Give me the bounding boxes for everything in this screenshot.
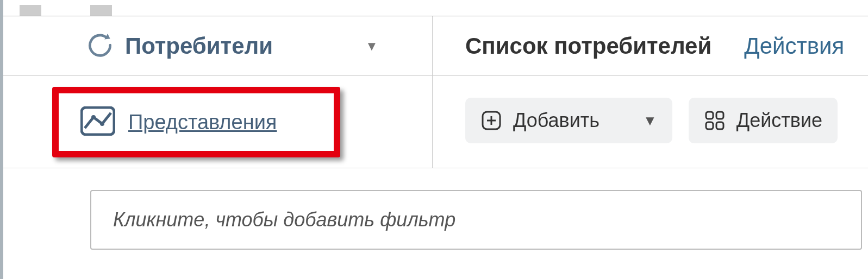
- svg-rect-7: [716, 112, 723, 119]
- svg-rect-9: [716, 122, 723, 129]
- action-buttons: Добавить ▼ Действие: [433, 76, 868, 143]
- grid-icon: [704, 110, 726, 131]
- filter-row: [3, 168, 868, 250]
- filter-input[interactable]: [90, 190, 862, 250]
- refresh-icon: [85, 30, 115, 62]
- top-toolbar: [3, 0, 868, 16]
- chart-icon: [80, 106, 115, 138]
- header-row: Потребители ▼ Список потребителей Действ…: [3, 16, 868, 76]
- svg-rect-6: [706, 112, 713, 119]
- views-link-highlight: Представления: [52, 87, 340, 157]
- views-link[interactable]: Представления: [128, 111, 277, 134]
- section-title: Потребители: [125, 33, 273, 59]
- add-button[interactable]: Добавить ▼: [465, 98, 672, 143]
- action-button[interactable]: Действие: [689, 98, 838, 143]
- add-button-label: Добавить: [513, 109, 600, 132]
- content-header: Список потребителей Действия: [433, 33, 868, 59]
- svg-point-2: [100, 122, 104, 126]
- sub-header-row: Представления Добавить ▼ Действие: [3, 76, 868, 168]
- svg-point-1: [91, 115, 96, 119]
- svg-rect-8: [706, 122, 713, 129]
- chevron-down-icon: ▼: [643, 112, 657, 129]
- section-selector[interactable]: Потребители ▼: [3, 16, 433, 75]
- chevron-down-icon[interactable]: ▼: [365, 39, 378, 54]
- views-panel: Представления: [3, 76, 433, 168]
- toolbar-icon: [20, 5, 41, 16]
- toolbar-icon: [90, 5, 112, 16]
- list-title: Список потребителей: [465, 33, 711, 59]
- action-button-label: Действие: [736, 109, 822, 132]
- plus-icon: [480, 110, 502, 131]
- actions-menu[interactable]: Действия: [744, 33, 844, 59]
